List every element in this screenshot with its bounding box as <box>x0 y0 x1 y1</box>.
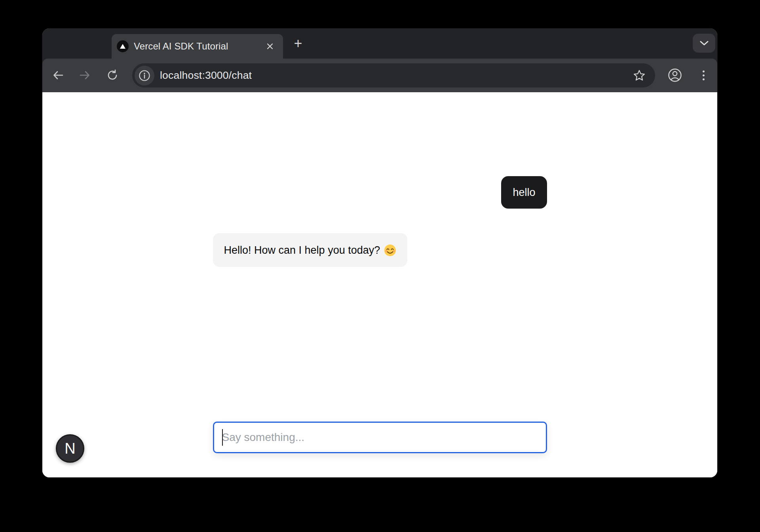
three-dots-icon <box>703 70 705 80</box>
navigation-toolbar: localhost:3000/chat <box>42 59 717 92</box>
reload-button[interactable] <box>104 66 121 84</box>
vercel-favicon-icon <box>117 40 129 52</box>
nextjs-dev-badge[interactable]: N <box>56 434 84 463</box>
profile-button[interactable] <box>666 66 684 84</box>
page-content: hello Hello! How can I help you today? <box>42 92 717 477</box>
forward-button[interactable] <box>76 66 93 84</box>
assistant-message-bubble: Hello! How can I help you today? <box>213 233 408 267</box>
desktop-background: Vercel AI SDK Tutorial + <box>0 0 760 532</box>
star-icon <box>632 68 646 83</box>
back-arrow-icon <box>52 69 65 82</box>
assistant-message-text: Hello! How can I help you today? <box>224 244 380 256</box>
tab-title: Vercel AI SDK Tutorial <box>134 41 264 52</box>
browser-tab-active[interactable]: Vercel AI SDK Tutorial <box>112 34 283 59</box>
browser-window: Vercel AI SDK Tutorial + <box>42 28 717 477</box>
tab-strip: Vercel AI SDK Tutorial + <box>42 28 717 59</box>
forward-arrow-icon <box>78 69 91 82</box>
new-tab-button[interactable]: + <box>289 35 307 52</box>
site-info-button[interactable] <box>135 66 154 86</box>
address-bar[interactable]: localhost:3000/chat <box>132 63 655 87</box>
user-message-bubble: hello <box>501 176 547 209</box>
chat-input[interactable] <box>213 422 547 453</box>
tab-close-icon[interactable] <box>264 40 276 52</box>
tab-search-chevron-button[interactable] <box>693 34 715 53</box>
bookmark-star-button[interactable] <box>632 68 646 83</box>
chevron-down-icon <box>700 41 709 46</box>
info-icon <box>139 70 150 82</box>
chat-messages: hello Hello! How can I help you today? <box>213 92 547 267</box>
profile-icon <box>667 68 682 83</box>
user-message-text: hello <box>513 186 535 198</box>
reload-icon <box>106 69 119 82</box>
smiling-emoji-icon <box>384 244 396 256</box>
back-button[interactable] <box>49 66 67 84</box>
browser-chrome: Vercel AI SDK Tutorial + <box>42 28 717 92</box>
chat-input-wrap <box>213 422 547 453</box>
menu-button[interactable] <box>695 66 712 84</box>
url-text[interactable]: localhost:3000/chat <box>160 69 252 82</box>
nextjs-dev-badge-label: N <box>65 440 75 457</box>
